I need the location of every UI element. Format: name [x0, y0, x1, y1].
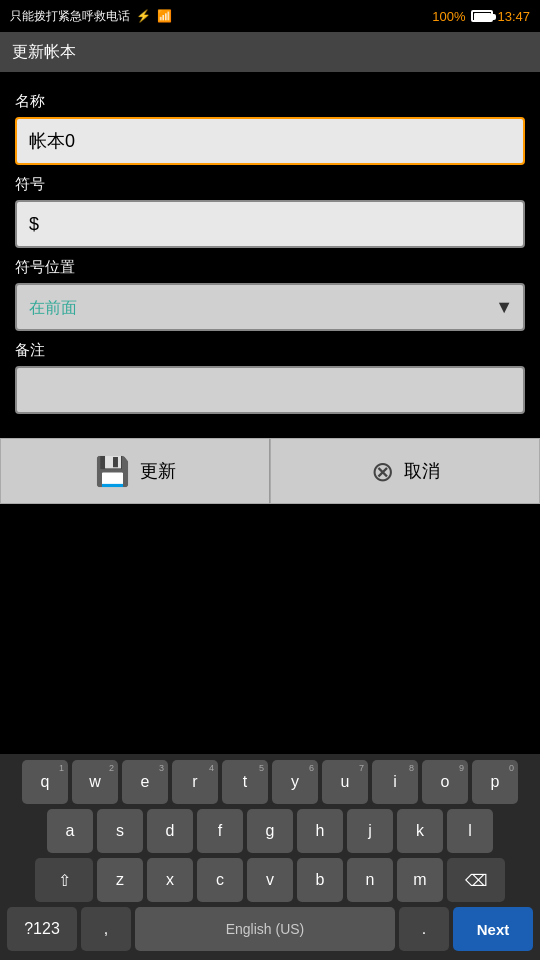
usb-icon: ⚡: [136, 9, 151, 23]
keyboard-row-1: 1q 2w 3e 4r 5t 6y 7u 8i 9o 0p: [3, 760, 537, 804]
next-key[interactable]: Next: [453, 907, 533, 951]
clock: 13:47: [497, 9, 530, 24]
key-w[interactable]: 2w: [72, 760, 118, 804]
key-j[interactable]: j: [347, 809, 393, 853]
key-e[interactable]: 3e: [122, 760, 168, 804]
key-p[interactable]: 0p: [472, 760, 518, 804]
cancel-button[interactable]: ⊗ 取消: [270, 438, 540, 504]
period-key[interactable]: .: [399, 907, 449, 951]
key-v[interactable]: v: [247, 858, 293, 902]
key-r[interactable]: 4r: [172, 760, 218, 804]
cancel-icon: ⊗: [371, 455, 394, 488]
update-label: 更新: [140, 459, 176, 483]
position-select[interactable]: 在前面 在后面: [15, 283, 525, 331]
key-u[interactable]: 7u: [322, 760, 368, 804]
key-h[interactable]: h: [297, 809, 343, 853]
status-bar: 只能拨打紧急呼救电话 ⚡ 📶 100% 13:47: [0, 0, 540, 32]
key-k[interactable]: k: [397, 809, 443, 853]
key-t[interactable]: 5t: [222, 760, 268, 804]
keyboard-area: 1q 2w 3e 4r 5t 6y 7u 8i 9o 0p a s d f g …: [0, 754, 540, 960]
key-f[interactable]: f: [197, 809, 243, 853]
name-label: 名称: [15, 92, 525, 111]
key-a[interactable]: a: [47, 809, 93, 853]
key-c[interactable]: c: [197, 858, 243, 902]
keyboard-row-2: a s d f g h j k l: [3, 809, 537, 853]
symbol-label: 符号: [15, 175, 525, 194]
keyboard-row-4: ?123 , English (US) . Next: [3, 907, 537, 951]
note-label: 备注: [15, 341, 525, 360]
key-z[interactable]: z: [97, 858, 143, 902]
shift-key[interactable]: ⇧: [35, 858, 93, 902]
sim-icon: 📶: [157, 9, 172, 23]
backspace-key[interactable]: ⌫: [447, 858, 505, 902]
key-g[interactable]: g: [247, 809, 293, 853]
position-label: 符号位置: [15, 258, 525, 277]
symbols-key[interactable]: ?123: [7, 907, 77, 951]
emergency-call-text: 只能拨打紧急呼救电话: [10, 8, 130, 25]
key-m[interactable]: m: [397, 858, 443, 902]
key-l[interactable]: l: [447, 809, 493, 853]
battery-icon: [471, 10, 493, 22]
symbol-input[interactable]: [15, 200, 525, 248]
battery-percent: 100%: [432, 9, 465, 24]
key-d[interactable]: d: [147, 809, 193, 853]
key-b[interactable]: b: [297, 858, 343, 902]
key-x[interactable]: x: [147, 858, 193, 902]
key-n[interactable]: n: [347, 858, 393, 902]
key-q[interactable]: 1q: [22, 760, 68, 804]
page-title: 更新帐本: [12, 42, 76, 63]
space-key[interactable]: English (US): [135, 907, 395, 951]
save-icon: 💾: [95, 455, 130, 488]
key-s[interactable]: s: [97, 809, 143, 853]
title-bar: 更新帐本: [0, 32, 540, 72]
comma-key[interactable]: ,: [81, 907, 131, 951]
key-i[interactable]: 8i: [372, 760, 418, 804]
note-input[interactable]: [15, 366, 525, 414]
button-row: 💾 更新 ⊗ 取消: [0, 438, 540, 504]
key-o[interactable]: 9o: [422, 760, 468, 804]
position-select-wrapper: 在前面 在后面 ▼: [15, 283, 525, 331]
update-button[interactable]: 💾 更新: [0, 438, 270, 504]
keyboard-row-3: ⇧ z x c v b n m ⌫: [3, 858, 537, 902]
cancel-label: 取消: [404, 459, 440, 483]
form-area: 名称 符号 符号位置 在前面 在后面 ▼ 备注: [0, 72, 540, 424]
name-input[interactable]: [15, 117, 525, 165]
key-y[interactable]: 6y: [272, 760, 318, 804]
